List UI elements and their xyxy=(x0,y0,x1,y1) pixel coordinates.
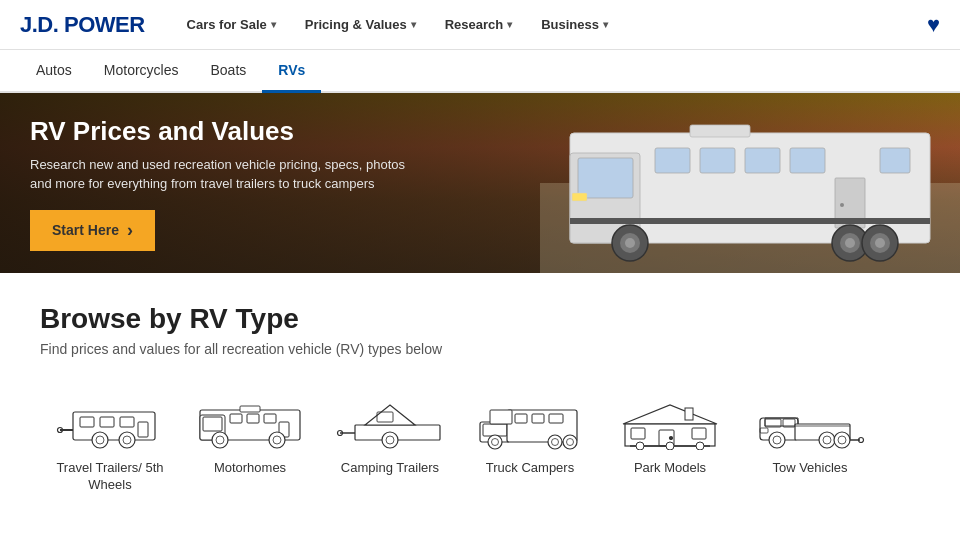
header: J.D. POWER Cars for Sale ▾ Pricing & Val… xyxy=(0,0,960,50)
chevron-down-icon: ▾ xyxy=(507,19,512,30)
rv-label-travel-trailer: Travel Trailers/ 5th Wheels xyxy=(50,460,170,494)
chevron-down-icon: ▾ xyxy=(603,19,608,30)
hero-banner: RV Prices and Values Research new and us… xyxy=(0,93,960,273)
browse-subtitle: Find prices and values for all recreatio… xyxy=(40,341,920,357)
svg-point-76 xyxy=(666,442,674,450)
svg-point-63 xyxy=(548,435,562,449)
rv-type-grid: Travel Trailers/ 5th Wheels xyxy=(40,387,920,504)
svg-point-86 xyxy=(769,432,785,448)
svg-rect-73 xyxy=(685,408,693,420)
nav-cars-for-sale[interactable]: Cars for Sale ▾ xyxy=(175,0,288,50)
svg-point-70 xyxy=(670,436,673,439)
motorhome-icon xyxy=(190,397,310,452)
subnav-item-boats[interactable]: Boats xyxy=(195,50,263,93)
browse-title: Browse by RV Type xyxy=(40,303,920,335)
nav-research[interactable]: Research ▾ xyxy=(433,0,525,50)
svg-rect-7 xyxy=(790,148,825,173)
svg-point-88 xyxy=(819,432,835,448)
svg-rect-20 xyxy=(690,125,750,137)
subnav-item-rvs[interactable]: RVs xyxy=(262,50,321,93)
chevron-down-icon: ▾ xyxy=(411,19,416,30)
logo[interactable]: J.D. POWER xyxy=(20,12,145,38)
svg-point-16 xyxy=(845,238,855,248)
rv-type-tow-vehicle[interactable]: Tow Vehicles xyxy=(740,387,880,504)
travel-trailer-icon xyxy=(50,397,170,452)
rv-type-camping-trailer[interactable]: Camping Trailers xyxy=(320,387,460,504)
svg-point-29 xyxy=(92,432,108,448)
svg-point-65 xyxy=(563,435,577,449)
header-right: ♥ xyxy=(927,12,940,38)
browse-section: Browse by RV Type Find prices and values… xyxy=(0,273,960,544)
svg-rect-57 xyxy=(490,410,512,424)
svg-point-9 xyxy=(840,203,844,207)
hero-content: RV Prices and Values Research new and us… xyxy=(0,96,440,271)
svg-rect-21 xyxy=(570,218,930,224)
subnav-item-motorcycles[interactable]: Motorcycles xyxy=(88,50,195,93)
svg-point-90 xyxy=(834,432,850,448)
svg-point-75 xyxy=(636,442,644,450)
heart-icon[interactable]: ♥ xyxy=(927,12,940,37)
svg-point-31 xyxy=(119,432,135,448)
rv-label-motorhome: Motorhomes xyxy=(214,460,286,477)
svg-rect-4 xyxy=(655,148,690,173)
svg-point-19 xyxy=(875,238,885,248)
rv-type-motorhome[interactable]: Motorhomes xyxy=(180,387,320,504)
rv-type-park-model[interactable]: Park Models xyxy=(600,387,740,504)
subnav-item-autos[interactable]: Autos xyxy=(20,50,88,93)
start-here-button[interactable]: Start Here › xyxy=(30,210,155,251)
camping-trailer-icon xyxy=(330,397,450,452)
svg-rect-22 xyxy=(572,193,587,201)
truck-camper-icon xyxy=(470,397,590,452)
svg-point-42 xyxy=(212,432,228,448)
svg-point-44 xyxy=(269,432,285,448)
svg-rect-10 xyxy=(880,148,910,173)
nav-pricing-values[interactable]: Pricing & Values ▾ xyxy=(293,0,428,50)
svg-point-61 xyxy=(488,435,502,449)
tow-vehicle-icon xyxy=(750,397,870,452)
hero-title: RV Prices and Values xyxy=(30,116,410,147)
rv-label-truck-camper: Truck Campers xyxy=(486,460,574,477)
park-model-icon xyxy=(610,397,730,452)
svg-rect-46 xyxy=(240,406,260,412)
svg-rect-3 xyxy=(578,158,633,198)
main-nav: Cars for Sale ▾ Pricing & Values ▾ Resea… xyxy=(175,0,927,50)
rv-label-camping-trailer: Camping Trailers xyxy=(341,460,439,477)
rv-type-travel-trailer[interactable]: Travel Trailers/ 5th Wheels xyxy=(40,387,180,504)
hero-description: Research new and used recreation vehicle… xyxy=(30,155,410,194)
nav-business[interactable]: Business ▾ xyxy=(529,0,620,50)
svg-marker-67 xyxy=(623,405,717,424)
hero-rv-image xyxy=(540,103,960,273)
svg-rect-5 xyxy=(700,148,735,173)
rv-label-tow-vehicle: Tow Vehicles xyxy=(772,460,847,477)
subnav: Autos Motorcycles Boats RVs xyxy=(0,50,960,93)
svg-rect-6 xyxy=(745,148,780,173)
svg-point-77 xyxy=(696,442,704,450)
svg-point-52 xyxy=(382,432,398,448)
rv-type-truck-camper[interactable]: Truck Campers xyxy=(460,387,600,504)
rv-label-park-model: Park Models xyxy=(634,460,706,477)
arrow-icon: › xyxy=(127,220,133,241)
chevron-down-icon: ▾ xyxy=(271,19,276,30)
svg-point-13 xyxy=(625,238,635,248)
